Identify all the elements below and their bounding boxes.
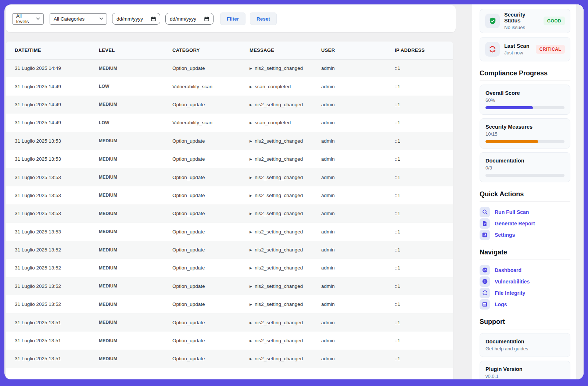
message-cell[interactable]: ▶nis2_setting_changed (241, 295, 312, 313)
expand-row-icon[interactable]: ▶ (250, 339, 252, 343)
user-cell: admin (312, 168, 386, 186)
message-cell[interactable]: ▶scan_completed (241, 77, 312, 95)
log-row[interactable]: 31 Luglio 2025 13:52MEDIUMOption_update▶… (6, 241, 453, 259)
message-cell[interactable]: ▶nis2_setting_changed (241, 332, 312, 350)
level-cell: MEDIUM (90, 186, 164, 204)
expand-row-icon[interactable]: ▶ (250, 121, 252, 125)
chevron-down-icon (99, 17, 103, 20)
message-cell[interactable]: ▶nis2_setting_changed (241, 223, 312, 241)
shield-icon (485, 14, 500, 28)
action-settings[interactable]: Settings (480, 229, 570, 240)
log-row[interactable]: 31 Luglio 2025 14:49MEDIUMOption_update▶… (6, 96, 453, 114)
datetime-cell: 31 Luglio 2025 13:53 (6, 186, 90, 204)
log-row[interactable]: 31 Luglio 2025 13:51MEDIUMOption_update▶… (6, 313, 453, 331)
category-cell: Option_update (164, 241, 241, 259)
category-select[interactable]: All Categories (50, 13, 107, 25)
user-cell: admin (312, 114, 386, 132)
calendar-icon[interactable] (151, 16, 156, 22)
calendar-icon[interactable] (204, 16, 209, 22)
message-cell[interactable]: ▶nis2_setting_changed (241, 277, 312, 295)
log-row[interactable]: 31 Luglio 2025 14:49LOWVulnerability_sca… (6, 114, 453, 132)
report-icon (480, 218, 490, 229)
status-card: Security StatusNo issuesGOOD (480, 9, 570, 33)
log-row[interactable]: 31 Luglio 2025 13:52MEDIUMOption_update▶… (6, 259, 453, 277)
message-cell[interactable]: ▶nis2_setting_changed (241, 132, 312, 150)
log-row[interactable]: 31 Luglio 2025 14:49MEDIUMOption_update▶… (6, 59, 453, 77)
message-cell[interactable]: ▶nis2_setting_changed (241, 186, 312, 204)
nav-vulnerabilities[interactable]: Vulnerabilities (480, 276, 570, 287)
nav-file-integrity[interactable]: File Integrity (480, 287, 570, 299)
progress-title: Overall Score (485, 90, 564, 96)
log-row[interactable]: 31 Luglio 2025 13:51MEDIUMOption_update▶… (6, 350, 453, 368)
log-row[interactable]: 31 Luglio 2025 13:53MEDIUMOption_update▶… (6, 168, 453, 186)
reset-button[interactable]: Reset (250, 12, 277, 25)
user-cell: admin (312, 313, 386, 331)
message-cell[interactable]: ▶nis2_setting_changed (241, 59, 312, 77)
user-cell: admin (312, 132, 386, 150)
log-row[interactable]: 31 Luglio 2025 14:49LOWVulnerability_sca… (6, 77, 453, 95)
date-from-input[interactable]: dd/mm/yyyy (112, 13, 160, 25)
sync-icon (480, 288, 490, 298)
expand-row-icon[interactable]: ▶ (250, 103, 252, 107)
message-cell[interactable]: ▶nis2_setting_changed (241, 350, 312, 368)
expand-row-icon[interactable]: ▶ (250, 321, 252, 325)
progress-title: Security Measures (485, 124, 564, 130)
expand-row-icon[interactable]: ▶ (250, 85, 252, 89)
log-row[interactable]: 31 Luglio 2025 13:53MEDIUMOption_update▶… (6, 150, 453, 168)
message-cell[interactable]: ▶nis2_setting_changed (241, 168, 312, 186)
filter-button[interactable]: Filter (220, 12, 245, 25)
level-cell: MEDIUM (90, 150, 164, 168)
expand-row-icon[interactable]: ▶ (250, 248, 252, 252)
link-label: Settings (495, 232, 515, 238)
log-row[interactable]: 31 Luglio 2025 13:52MEDIUMOption_update▶… (6, 295, 453, 313)
expand-row-icon[interactable]: ▶ (250, 176, 252, 179)
expand-row-icon[interactable]: ▶ (250, 266, 252, 270)
nav-dashboard[interactable]: Dashboard (480, 264, 570, 276)
level-cell: MEDIUM (90, 132, 164, 150)
action-run-full-scan[interactable]: Run Full Scan (480, 206, 570, 218)
message-cell[interactable]: ▶nis2_setting_changed (241, 241, 312, 259)
log-row[interactable]: 31 Luglio 2025 13:53MEDIUMOption_update▶… (6, 223, 453, 241)
level-select[interactable]: All levels (12, 13, 44, 25)
log-row[interactable]: 31 Luglio 2025 13:53MEDIUMOption_update▶… (6, 204, 453, 222)
category-cell: Option_update (164, 259, 241, 277)
action-generate-report[interactable]: Generate Report (480, 218, 570, 229)
expand-row-icon[interactable]: ▶ (250, 139, 252, 143)
navigate-section: Navigate DashboardVulnerabilitiesFile In… (480, 249, 570, 310)
status-text: Security StatusNo issues (504, 12, 539, 30)
message-cell[interactable]: ▶nis2_setting_changed (241, 96, 312, 114)
message-cell[interactable]: ▶nis2_setting_changed (241, 313, 312, 331)
log-row[interactable]: 31 Luglio 2025 13:53MEDIUMOption_update▶… (6, 132, 453, 150)
message-cell[interactable]: ▶nis2_setting_changed (241, 259, 312, 277)
message-cell[interactable]: ▶scan_completed (241, 114, 312, 132)
log-row[interactable]: 31 Luglio 2025 13:51MEDIUMOption_update▶… (6, 332, 453, 350)
date-to-input[interactable]: dd/mm/yyyy (165, 13, 214, 25)
ip-cell: ::1 (386, 114, 453, 132)
expand-row-icon[interactable]: ▶ (250, 194, 252, 197)
status-card: Last ScanJust nowCRITICAL (480, 37, 570, 61)
expand-row-icon[interactable]: ▶ (250, 230, 252, 234)
support-card-title: Documentation (485, 339, 564, 344)
support-card-documentation[interactable]: DocumentationGet help and guides (480, 333, 570, 357)
message-cell[interactable]: ▶nis2_setting_changed (241, 204, 312, 222)
nav-logs[interactable]: Logs (480, 299, 570, 310)
user-cell: admin (312, 77, 386, 95)
expand-row-icon[interactable]: ▶ (250, 357, 252, 361)
expand-row-icon[interactable]: ▶ (250, 157, 252, 161)
sidebar-scrollbar[interactable] (576, 4, 584, 379)
datetime-cell: 31 Luglio 2025 13:53 (6, 132, 90, 150)
log-row[interactable]: 31 Luglio 2025 13:53MEDIUMOption_update▶… (6, 186, 453, 204)
support-card-subtitle: v0.0.1 (485, 374, 564, 379)
progress-title: Documentation (485, 158, 564, 164)
progress-value: 60% (485, 97, 564, 103)
message-cell[interactable]: ▶nis2_setting_changed (241, 150, 312, 168)
expand-row-icon[interactable]: ▶ (250, 285, 252, 288)
category-cell: Option_update (164, 59, 241, 77)
category-cell: Option_update (164, 204, 241, 222)
log-row[interactable]: 31 Luglio 2025 13:52MEDIUMOption_update▶… (6, 277, 453, 295)
datetime-cell: 31 Luglio 2025 13:53 (6, 168, 90, 186)
sidebar-content: Security StatusNo issuesGOODLast ScanJus… (472, 4, 576, 379)
expand-row-icon[interactable]: ▶ (250, 67, 252, 70)
expand-row-icon[interactable]: ▶ (250, 303, 252, 306)
expand-row-icon[interactable]: ▶ (250, 212, 252, 215)
